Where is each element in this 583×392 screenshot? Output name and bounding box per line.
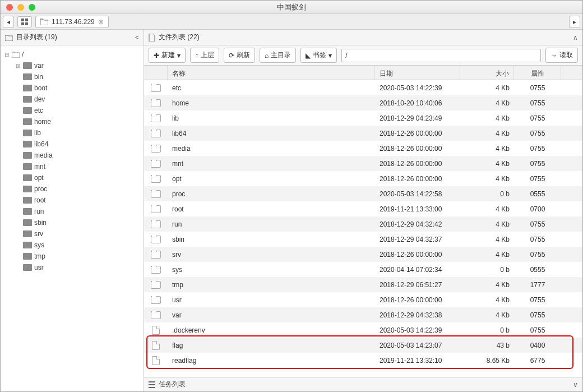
tree-item-var[interactable]: ⊞var (3, 60, 141, 71)
tree-item-etc[interactable]: etc (3, 105, 141, 116)
tree-item-root[interactable]: root (3, 195, 141, 206)
file-size: 4 Kb (460, 130, 514, 137)
folder-icon (5, 34, 13, 41)
taskbar-title: 任务列表 (159, 380, 186, 389)
file-row[interactable]: sbin2018-12-29 04:32:374 Kb0755 (144, 232, 582, 247)
file-row[interactable]: usr2018-12-26 00:00:004 Kb0755 (144, 292, 582, 307)
nav-forward-button[interactable]: ▸ (569, 16, 580, 28)
folder-icon (23, 264, 32, 271)
tree-item-srv[interactable]: srv (3, 228, 141, 239)
tree-item-run[interactable]: run (3, 206, 141, 217)
tree-item-boot[interactable]: boot (3, 82, 141, 94)
collapse-icon[interactable]: < (135, 34, 139, 41)
col-attr[interactable]: 属性 (514, 66, 561, 80)
folder-icon (151, 114, 161, 122)
home-button[interactable]: ⌂主目录 (260, 48, 296, 63)
bookmark-icon: ◣ (306, 52, 311, 59)
file-date: 2018-12-26 00:00:00 (375, 145, 460, 153)
tree-item-media[interactable]: media (3, 150, 141, 161)
directory-tree: ⊟/⊞varbinbootdevetchomeliblib64mediamnto… (1, 45, 144, 391)
file-attr: 0755 (514, 130, 561, 137)
expand-icon[interactable]: ∨ (573, 381, 578, 389)
file-row[interactable]: srv2018-12-26 00:00:004 Kb0755 (144, 247, 582, 262)
tree-item-sbin[interactable]: sbin (3, 217, 141, 228)
file-date: 2020-04-14 07:02:34 (375, 266, 460, 274)
file-row[interactable]: flag2020-05-03 14:23:0743 b0400 (144, 338, 582, 353)
folder-icon (23, 219, 32, 226)
file-row[interactable]: .dockerenv2020-05-03 14:22:390 b0755 (144, 322, 582, 338)
col-name[interactable]: 名称 (168, 66, 375, 80)
file-row[interactable]: home2018-10-20 10:40:064 Kb0755 (144, 95, 582, 110)
folder-icon (23, 230, 32, 237)
tree-item-bin[interactable]: bin (3, 71, 141, 82)
tree-item-dev[interactable]: dev (3, 94, 141, 105)
file-row[interactable]: media2018-12-26 00:00:004 Kb0755 (144, 141, 582, 156)
col-date[interactable]: 日期 (375, 66, 460, 80)
file-row[interactable]: root2019-11-21 13:33:004 Kb0700 (144, 201, 582, 216)
nav-back-button[interactable]: ◂ (3, 16, 14, 28)
tree-item-lib[interactable]: lib (3, 127, 141, 139)
refresh-button[interactable]: ⟳刷新 (224, 48, 255, 63)
collapse-icon[interactable]: ∧ (573, 34, 578, 41)
file-date: 2018-12-29 04:32:38 (375, 311, 460, 319)
file-size: 4 Kb (460, 145, 514, 153)
bookmark-button[interactable]: ◣书签▾ (300, 48, 337, 63)
tree-item-tmp[interactable]: tmp (3, 251, 141, 262)
file-name: mnt (168, 160, 375, 168)
tree-root-label: / (22, 50, 24, 58)
file-row[interactable]: mnt2018-12-26 00:00:004 Kb0755 (144, 156, 582, 171)
apps-grid-button[interactable] (17, 16, 32, 27)
file-attr: 0755 (514, 236, 561, 243)
caret-right-icon: ▸ (573, 18, 576, 26)
expand-toggle-icon[interactable]: ⊞ (15, 63, 21, 69)
file-name: usr (168, 296, 375, 304)
file-row[interactable]: opt2018-12-26 00:00:004 Kb0755 (144, 171, 582, 186)
file-row[interactable]: lib642018-12-26 00:00:004 Kb0755 (144, 126, 582, 141)
up-button[interactable]: ↑上层 (190, 48, 219, 63)
close-tab-icon[interactable]: ⊗ (98, 18, 104, 26)
close-icon[interactable] (6, 4, 13, 11)
col-size[interactable]: 大小 (460, 66, 514, 80)
col-icon[interactable] (144, 66, 168, 80)
arrow-right-icon: → (550, 52, 557, 59)
minimize-icon[interactable] (17, 4, 24, 11)
file-row[interactable]: etc2020-05-03 14:22:394 Kb0755 (144, 80, 582, 95)
folder-icon (23, 152, 32, 159)
tree-item-proc[interactable]: proc (3, 183, 141, 195)
taskbar[interactable]: 任务列表 ∨ (144, 377, 582, 391)
tree-item-sys[interactable]: sys (3, 239, 141, 251)
file-attr: 0755 (514, 114, 561, 122)
file-name: root (168, 205, 375, 213)
tree-item-opt[interactable]: opt (3, 172, 141, 183)
file-row[interactable]: lib2018-12-29 04:23:494 Kb0755 (144, 110, 582, 126)
file-row[interactable]: var2018-12-29 04:32:384 Kb0755 (144, 307, 582, 322)
file-size: 4 Kb (460, 296, 514, 304)
file-size: 4 Kb (460, 220, 514, 228)
path-input[interactable] (341, 49, 541, 62)
tab-host[interactable]: 111.73.46.229 ⊗ (35, 16, 109, 28)
file-row[interactable]: sys2020-04-14 07:02:340 b0555 (144, 262, 582, 277)
file-row[interactable]: run2018-12-29 04:32:424 Kb0755 (144, 216, 582, 232)
app-window: 中国蚁剑 ◂ 111.73.46.229 ⊗ ▸ 目录列表 (19) < ⊟/⊞… (0, 0, 583, 392)
tree-root[interactable]: ⊟/ (3, 49, 141, 60)
tree-item-usr[interactable]: usr (3, 262, 141, 273)
tree-item-home[interactable]: home (3, 116, 141, 127)
sidebar-header[interactable]: 目录列表 (19) < (1, 30, 144, 45)
folder-icon (151, 175, 161, 183)
read-button[interactable]: →读取 (545, 48, 578, 63)
folder-icon (151, 251, 161, 259)
maximize-icon[interactable] (29, 4, 35, 11)
file-size: 43 b (460, 342, 514, 349)
expand-toggle-icon[interactable]: ⊟ (4, 52, 10, 58)
tree-item-lib64[interactable]: lib64 (3, 139, 141, 150)
file-attr: 0755 (514, 84, 561, 92)
filelist-header[interactable]: 文件列表 (22) ∧ (144, 30, 582, 45)
file-row[interactable]: tmp2018-12-29 06:51:274 Kb1777 (144, 277, 582, 292)
filelist-title: 文件列表 (22) (159, 33, 200, 42)
file-row[interactable]: readflag2019-11-21 13:32:108.65 Kb6775 (144, 353, 582, 368)
tree-item-mnt[interactable]: mnt (3, 161, 141, 172)
file-row[interactable]: proc2020-05-03 14:22:580 b0555 (144, 186, 582, 201)
new-button[interactable]: ✚新建▾ (149, 48, 186, 63)
folder-icon (23, 186, 32, 192)
file-attr: 1777 (514, 281, 561, 289)
